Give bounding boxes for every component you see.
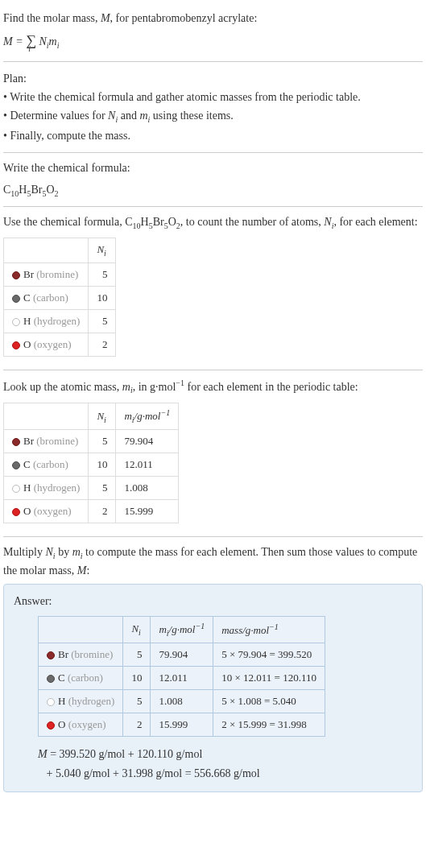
element-swatch-icon xyxy=(12,461,20,469)
header-mass: mass/g·mol−1 xyxy=(213,617,325,643)
element-swatch-icon xyxy=(47,675,55,683)
mass-intro: Look up the atomic mass, mi, in g·mol−1 … xyxy=(3,377,423,396)
element-swatch-icon xyxy=(12,271,20,279)
table-row: H (hydrogen) 5 xyxy=(4,309,116,333)
table-row: Br (bromine) 5 79.904 5 × 79.904 = 399.5… xyxy=(39,643,325,667)
element-swatch-icon xyxy=(12,318,20,326)
answer-label: Answer: xyxy=(14,593,412,610)
element-swatch-icon xyxy=(12,438,20,446)
multiply-intro: Multiply Ni by mi to compute the mass fo… xyxy=(3,544,423,579)
plan-bullet-3: • Finally, compute the mass. xyxy=(3,127,423,144)
intro-section: Find the molar mass, M, for pentabromobe… xyxy=(3,3,423,62)
answer-table: Ni mi/g·mol−1 mass/g·mol−1 Br (bromine) … xyxy=(38,616,325,737)
header-ni: Ni xyxy=(89,403,116,430)
summation-icon: ∑i xyxy=(26,30,36,52)
element-swatch-icon xyxy=(12,295,20,303)
table-row: C (carbon) 10 12.011 xyxy=(4,453,179,477)
element-swatch-icon xyxy=(12,341,20,349)
header-ni: Ni xyxy=(89,238,116,263)
table-row: Br (bromine) 5 79.904 xyxy=(4,430,179,453)
table-row: O (oxygen) 2 15.999 xyxy=(4,500,179,523)
plan-header: Plan: xyxy=(3,70,423,87)
element-swatch-icon xyxy=(47,721,55,730)
plan-bullet-1: • Write the chemical formula and gather … xyxy=(3,89,423,105)
table-header-row: Ni xyxy=(4,238,116,263)
chemical-formula-section: Write the chemical formula: C10H5Br5O2 xyxy=(3,153,423,207)
answer-section: Multiply Ni by mi to compute the mass fo… xyxy=(3,537,423,792)
final-calculation: M = 399.520 g/mol + 120.110 g/mol + 5.04… xyxy=(38,745,412,783)
count-intro: Use the chemical formula, C10H5Br5O2, to… xyxy=(3,213,423,232)
molar-mass-equation: M = ∑i Nimi xyxy=(3,30,423,52)
table-row: O (oxygen) 2 xyxy=(4,333,116,356)
plan-section: Plan: • Write the chemical formula and g… xyxy=(3,62,423,153)
element-swatch-icon xyxy=(47,698,55,706)
formula-header: Write the chemical formula: xyxy=(3,159,423,176)
chemical-formula: C10H5Br5O2 xyxy=(3,181,423,200)
table-header-row: Ni mi/g·mol−1 mass/g·mol−1 xyxy=(39,617,325,643)
answer-box: Answer: Ni mi/g·mol−1 mass/g·mol−1 Br (b… xyxy=(3,584,423,792)
element-swatch-icon xyxy=(12,485,20,493)
plan-bullet-2: • Determine values for Ni and mi using t… xyxy=(3,107,423,126)
atom-count-table: Ni Br (bromine) 5 C (carbon) 10 H (hydro… xyxy=(3,238,116,357)
table-row: H (hydrogen) 5 1.008 5 × 1.008 = 5.040 xyxy=(39,690,325,713)
element-swatch-icon xyxy=(12,508,20,516)
element-swatch-icon xyxy=(47,651,55,659)
table-row: H (hydrogen) 5 1.008 xyxy=(4,477,179,500)
header-ni: Ni xyxy=(123,617,151,643)
intro-text: Find the molar mass, M, for pentabromobe… xyxy=(3,10,423,27)
table-row: C (carbon) 10 12.011 10 × 12.011 = 120.1… xyxy=(39,667,325,690)
table-row: C (carbon) 10 xyxy=(4,286,116,309)
atomic-mass-section: Look up the atomic mass, mi, in g·mol−1 … xyxy=(3,370,423,537)
header-mi: mi/g·mol−1 xyxy=(151,617,213,643)
atom-count-section: Use the chemical formula, C10H5Br5O2, to… xyxy=(3,207,423,370)
atomic-mass-table: Ni mi/g·mol−1 Br (bromine) 5 79.904 C (c… xyxy=(3,403,179,523)
table-row: O (oxygen) 2 15.999 2 × 15.999 = 31.998 xyxy=(39,713,325,737)
header-mi: mi/g·mol−1 xyxy=(116,403,179,430)
table-header-row: Ni mi/g·mol−1 xyxy=(4,403,179,430)
table-row: Br (bromine) 5 xyxy=(4,262,116,286)
